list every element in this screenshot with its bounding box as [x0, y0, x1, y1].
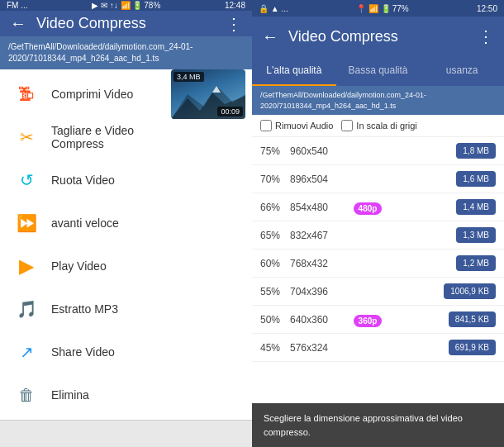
quality-row[interactable]: 75%960x5401,8 MB: [252, 137, 504, 165]
battery-left: 78%: [144, 1, 160, 10]
quality-pct: 45%: [260, 342, 285, 354]
file-path-left: /GetThemAll/Downloaded/dailymotion.com_2…: [0, 36, 252, 69]
status-icons-right: 📍 📶 🔋 77%: [356, 4, 409, 13]
quality-badge: 480p: [353, 200, 383, 215]
status-icons-left: ▶ ✉ ↑↓ 📶 🔋 78%: [92, 1, 160, 10]
remove-audio-option[interactable]: Rimuovi Audio: [260, 120, 333, 131]
icons-right-left: 🔒 ▲ ...: [259, 4, 288, 13]
quality-size-button[interactable]: 841,5 KB: [449, 311, 496, 327]
quality-pct: 66%: [260, 202, 285, 213]
tooltip-bar: Scegliere la dimensione approssimativa d…: [252, 403, 504, 447]
quality-res: 640x360: [290, 314, 348, 326]
grayscale-checkbox[interactable]: [341, 120, 353, 131]
time-right: 12:50: [477, 4, 497, 13]
quality-res: 832x467: [290, 230, 348, 241]
fast-icon: ⏩: [13, 210, 40, 236]
quality-list: 75%960x5401,8 MB70%896x5041,6 MB66%854x4…: [252, 137, 504, 403]
tabs: L'alta qualità Bassa qualità usanza: [252, 56, 504, 86]
menu-item-rotate[interactable]: ↺ Ruota Video: [0, 159, 252, 202]
compress-label: Comprimi Video: [51, 88, 133, 101]
remove-audio-label: Rimuovi Audio: [275, 121, 333, 131]
delete-label: Elimina: [51, 388, 89, 402]
quality-res: 768x432: [290, 258, 348, 269]
quality-size-button[interactable]: 1,4 MB: [456, 199, 496, 215]
right-panel: 🔒 ▲ ... 📍 📶 🔋 77% 12:50 ← Video Compress…: [252, 0, 504, 447]
delete-icon: 🗑: [13, 382, 40, 408]
left-panel: FM ... ▶ ✉ ↑↓ 📶 🔋 78% 12:48 ← Video Comp…: [0, 0, 252, 447]
quality-size-button[interactable]: 1,2 MB: [456, 255, 496, 271]
menu-item-delete[interactable]: 🗑 Elimina: [0, 373, 252, 416]
mp3-label: Estratto MP3: [51, 302, 118, 316]
signal-icon: ▶ ✉ ↑↓ 📶 🔋: [92, 1, 142, 10]
more-button-left[interactable]: ⋮: [226, 14, 242, 34]
quality-pct: 60%: [260, 258, 285, 269]
video-duration-badge: 00:09: [217, 107, 243, 117]
quality-pct: 55%: [260, 286, 285, 297]
quality-pct: 75%: [260, 145, 285, 157]
tab-bassa-qualita[interactable]: Bassa qualità: [336, 56, 421, 86]
share-label: Share Video: [51, 345, 115, 359]
quality-size-button[interactable]: 1,3 MB: [456, 227, 496, 243]
quality-pct: 65%: [260, 230, 285, 241]
play-icon: ▶: [13, 253, 40, 279]
title-right: Video Compress: [288, 28, 478, 45]
quality-pct: 70%: [260, 174, 285, 185]
toolbar-right: ← Video Compress ⋮: [252, 17, 504, 56]
menu-item-play[interactable]: ▶ Play Video: [0, 245, 252, 288]
compress-icon: 🗜: [13, 81, 40, 107]
share-icon: ↗: [13, 339, 40, 365]
quality-res: 960x540: [290, 145, 348, 157]
quality-size-button[interactable]: 1,8 MB: [456, 143, 496, 159]
video-size-badge: 3,4 MB: [174, 72, 204, 82]
tab-alta-qualita[interactable]: L'alta qualità: [252, 56, 336, 86]
carrier-left: FM ...: [7, 1, 28, 10]
quality-row[interactable]: 50%640x360360p841,5 KB: [252, 306, 504, 334]
menu-item-compress[interactable]: 🗜 Comprimi Video 3,4 MB 00:09: [0, 73, 252, 116]
rotate-icon: ↺: [13, 167, 40, 193]
menu-list: 🗜 Comprimi Video 3,4 MB 00:09: [0, 69, 252, 420]
menu-item-share[interactable]: ↗ Share Video: [0, 330, 252, 373]
time-left: 12:48: [225, 1, 245, 10]
quality-res: 896x504: [290, 174, 348, 185]
quality-row[interactable]: 66%854x480480p1,4 MB: [252, 193, 504, 221]
grayscale-label: In scala di grigi: [356, 121, 416, 131]
options-row: Rimuovi Audio In scala di grigi: [252, 115, 504, 137]
quality-res: 854x480: [290, 202, 348, 213]
more-button-right[interactable]: ⋮: [478, 26, 494, 46]
quality-row[interactable]: 45%576x324691,9 KB: [252, 334, 504, 362]
cut-icon: ✂: [13, 124, 40, 150]
toolbar-left: ← Video Compress ⋮: [0, 11, 252, 36]
rotate-label: Ruota Video: [51, 174, 115, 187]
quality-row[interactable]: 65%832x4671,3 MB: [252, 221, 504, 250]
back-button-right[interactable]: ←: [262, 27, 278, 46]
title-left: Video Compress: [36, 15, 226, 32]
back-button-left[interactable]: ←: [10, 14, 26, 33]
quality-size-button[interactable]: 1,6 MB: [456, 171, 496, 187]
quality-pct: 50%: [260, 314, 285, 326]
quality-row[interactable]: 60%768x4321,2 MB: [252, 250, 504, 278]
play-label: Play Video: [51, 259, 107, 273]
signal-right: 📍 📶 🔋: [356, 4, 391, 13]
quality-row[interactable]: 70%896x5041,6 MB: [252, 165, 504, 193]
quality-res: 704x396: [290, 286, 348, 297]
quality-size-button[interactable]: 691,9 KB: [449, 340, 496, 355]
fast-label: avanti veloce: [51, 216, 119, 230]
quality-res: 576x324: [290, 342, 348, 354]
menu-item-mp3[interactable]: 🎵 Estratto MP3: [0, 288, 252, 330]
mp3-icon: 🎵: [13, 296, 40, 322]
quality-badge: 360p: [353, 312, 383, 327]
tab-usanza[interactable]: usanza: [420, 56, 504, 86]
cut-label: Tagliare e VideoCompress: [51, 124, 134, 150]
remove-audio-checkbox[interactable]: [260, 120, 272, 131]
menu-item-cut[interactable]: ✂ Tagliare e VideoCompress: [0, 116, 252, 159]
ad-area-left: [0, 420, 252, 447]
file-path-right: /GetThemAll/Downloaded/dailymotion.com_2…: [252, 86, 504, 115]
quality-size-button[interactable]: 1006,9 KB: [444, 283, 496, 299]
grayscale-option[interactable]: In scala di grigi: [341, 120, 416, 131]
video-thumbnail: 3,4 MB 00:09: [171, 69, 245, 119]
quality-row[interactable]: 55%704x3961006,9 KB: [252, 278, 504, 306]
status-bar-left: FM ... ▶ ✉ ↑↓ 📶 🔋 78% 12:48: [0, 0, 252, 11]
menu-item-fast[interactable]: ⏩ avanti veloce: [0, 202, 252, 245]
status-bar-right: 🔒 ▲ ... 📍 📶 🔋 77% 12:50: [252, 0, 504, 17]
battery-right: 77%: [392, 4, 409, 13]
